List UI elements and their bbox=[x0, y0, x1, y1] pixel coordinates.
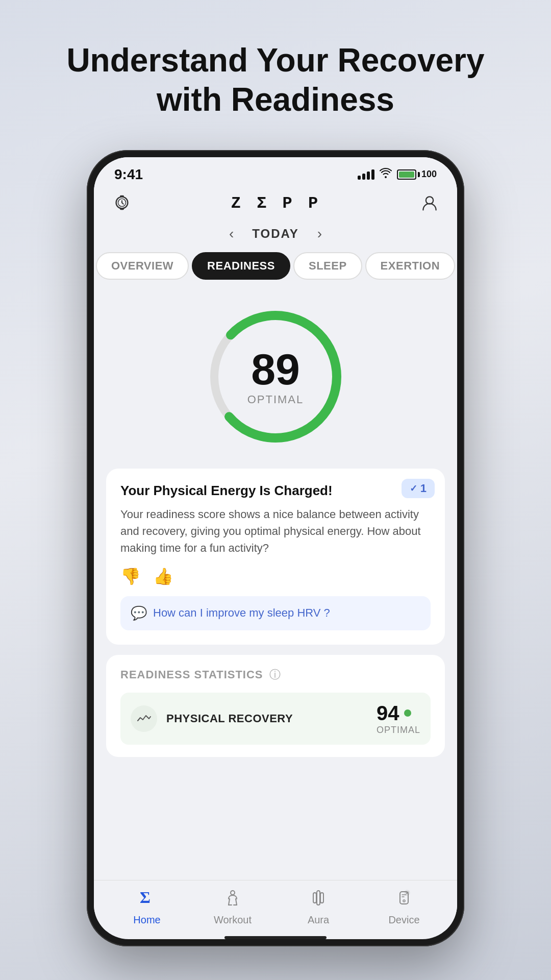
status-icons: 100 bbox=[358, 168, 437, 181]
bottom-nav: Σ Home Workout bbox=[94, 880, 457, 931]
physical-recovery-value: 94 bbox=[377, 702, 420, 725]
tab-overview[interactable]: OVERVIEW bbox=[96, 252, 189, 280]
home-indicator bbox=[224, 936, 327, 939]
score-center: 89 OPTIMAL bbox=[247, 347, 304, 406]
stats-title: READINESS STATISTICS bbox=[120, 668, 263, 681]
hrv-question-text: How can I improve my sleep HRV ? bbox=[153, 606, 330, 620]
score-status: OPTIMAL bbox=[247, 393, 304, 406]
device-icon bbox=[395, 889, 413, 911]
phone-frame: 9:41 10 bbox=[87, 150, 464, 946]
date-label: TODAY bbox=[252, 227, 298, 241]
wifi-icon bbox=[380, 168, 392, 181]
score-section: 89 OPTIMAL bbox=[94, 290, 457, 469]
nav-item-aura[interactable]: Aura bbox=[290, 889, 346, 926]
app-logo: Z Σ P P bbox=[231, 194, 321, 213]
info-icon[interactable]: ⓘ bbox=[269, 667, 281, 682]
svg-rect-13 bbox=[313, 893, 316, 903]
status-dot bbox=[404, 709, 411, 717]
chat-icon: 💬 bbox=[131, 605, 147, 621]
tab-bar: OVERVIEW READINESS SLEEP EXERTION bbox=[94, 252, 457, 290]
insight-badge: ✓ 1 bbox=[402, 479, 435, 498]
stats-row-left: PHYSICAL RECOVERY bbox=[131, 705, 293, 732]
svg-rect-12 bbox=[317, 891, 320, 905]
tab-readiness[interactable]: READINESS bbox=[192, 252, 290, 280]
nav-aura-label: Aura bbox=[308, 914, 329, 926]
battery-icon: 100 bbox=[397, 169, 437, 180]
svg-point-11 bbox=[231, 891, 235, 895]
nav-item-home[interactable]: Σ Home bbox=[119, 889, 175, 926]
watch-icon[interactable] bbox=[112, 193, 132, 214]
stats-card: READINESS STATISTICS ⓘ PHYSICAL RECOVERY… bbox=[106, 655, 445, 757]
next-date-button[interactable]: › bbox=[311, 224, 328, 244]
readiness-score-circle: 89 OPTIMAL bbox=[199, 300, 352, 453]
tab-sleep[interactable]: SLEEP bbox=[293, 252, 362, 280]
prev-date-button[interactable]: ‹ bbox=[223, 224, 240, 244]
insight-title: Your Physical Energy Is Charged! bbox=[120, 483, 431, 499]
physical-recovery-icon bbox=[131, 705, 157, 732]
phone-screen: 9:41 10 bbox=[94, 157, 457, 939]
profile-icon[interactable] bbox=[420, 193, 439, 214]
physical-recovery-row[interactable]: PHYSICAL RECOVERY 94 OPTIMAL bbox=[120, 693, 431, 745]
svg-rect-14 bbox=[320, 893, 323, 903]
nav-device-label: Device bbox=[388, 914, 419, 926]
svg-rect-3 bbox=[120, 208, 124, 210]
nav-item-device[interactable]: Device bbox=[376, 889, 432, 926]
svg-point-6 bbox=[426, 197, 433, 204]
svg-point-16 bbox=[403, 900, 405, 902]
svg-rect-2 bbox=[120, 195, 124, 197]
stats-header: READINESS STATISTICS ⓘ bbox=[120, 667, 431, 682]
workout-icon bbox=[223, 889, 242, 911]
svg-text:Σ: Σ bbox=[140, 889, 151, 906]
nav-workout-label: Workout bbox=[214, 914, 252, 926]
hrv-question-button[interactable]: 💬 How can I improve my sleep HRV ? bbox=[120, 596, 431, 630]
physical-recovery-sublabel: OPTIMAL bbox=[377, 725, 420, 736]
date-nav: ‹ TODAY › bbox=[94, 219, 457, 252]
aura-icon bbox=[309, 889, 328, 911]
tab-exertion[interactable]: EXERTION bbox=[365, 252, 455, 280]
score-value: 89 bbox=[247, 347, 304, 391]
page-title: Understand Your Recovery with Readiness bbox=[36, 41, 515, 119]
insight-card: ✓ 1 Your Physical Energy Is Charged! You… bbox=[106, 469, 445, 645]
nav-item-workout[interactable]: Workout bbox=[205, 889, 261, 926]
svg-line-5 bbox=[122, 203, 123, 204]
status-bar: 9:41 10 bbox=[94, 157, 457, 188]
nav-home-label: Home bbox=[133, 914, 160, 926]
thumbs-up-button[interactable]: 👍 bbox=[153, 567, 173, 586]
status-time: 9:41 bbox=[114, 166, 143, 183]
signal-icon bbox=[358, 169, 374, 180]
check-icon: ✓ bbox=[410, 483, 417, 494]
stats-row-right: 94 OPTIMAL bbox=[377, 702, 420, 736]
physical-recovery-label: PHYSICAL RECOVERY bbox=[166, 712, 293, 725]
feedback-icons: 👎 👍 bbox=[120, 567, 431, 586]
home-icon: Σ bbox=[138, 889, 156, 911]
insight-text: Your readiness score shows a nice balanc… bbox=[120, 506, 431, 556]
thumbs-down-button[interactable]: 👎 bbox=[120, 567, 141, 586]
app-header: Z Σ P P bbox=[94, 188, 457, 219]
